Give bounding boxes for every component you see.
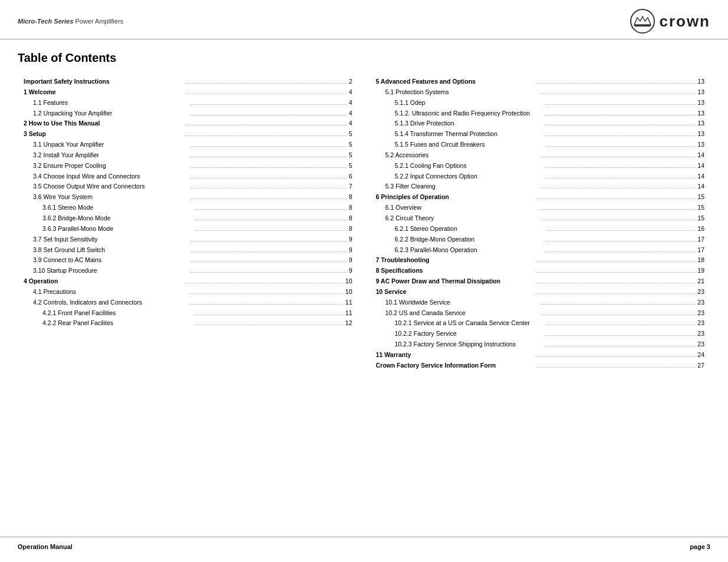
toc-page: 2 bbox=[349, 77, 353, 87]
toc-label: 3.6.1 Stereo Mode bbox=[24, 203, 193, 213]
toc-label: 4.1 Precautions bbox=[24, 287, 187, 297]
toc-page: 8 bbox=[349, 192, 353, 203]
toc-page: 16 bbox=[697, 224, 704, 234]
toc-dots bbox=[196, 230, 347, 231]
toc-dots bbox=[541, 220, 695, 220]
toc-entry: 3.6.3 Parallel-Mono Mode8 bbox=[24, 224, 353, 234]
toc-entry: 3.7 Set Input Sensitivity9 bbox=[24, 234, 353, 245]
toc-dots bbox=[185, 283, 343, 283]
toc-dots bbox=[541, 157, 695, 157]
toc-entry: Crown Factory Service Information Form27 bbox=[376, 361, 705, 371]
toc-page: 10 bbox=[345, 276, 353, 287]
toc-label: 5.1.5 Fuses and Circuit Breakers bbox=[376, 140, 544, 150]
toc-dots bbox=[186, 135, 347, 136]
toc-page: 4 bbox=[349, 87, 353, 98]
toc-entry: 10.2 US and Canada Service23 bbox=[376, 308, 705, 319]
toc-label: 5.2.2 Input Connectors Option bbox=[376, 171, 544, 182]
toc-entry: 10 Service23 bbox=[376, 287, 705, 297]
toc-page: 23 bbox=[697, 287, 704, 297]
toc-page: 23 bbox=[697, 318, 704, 329]
toc-entry: 10.2.1 Service at a US or Canada Service… bbox=[376, 318, 705, 329]
toc-entry: 3 Setup5 bbox=[24, 129, 353, 140]
toc-entry: 5 Advanced Features and Options13 bbox=[376, 77, 705, 87]
toc-dots bbox=[536, 283, 695, 283]
page-title: Table of Contents bbox=[18, 51, 710, 65]
toc-entry: 5.1.1 Odep13 bbox=[376, 98, 705, 108]
toc-page: 15 bbox=[697, 192, 704, 203]
toc-label: 3.6 Wire Your System bbox=[24, 192, 189, 203]
toc-dots bbox=[189, 293, 343, 294]
toc-dots bbox=[186, 83, 347, 84]
toc-label: 3.10 Startup Procedure bbox=[24, 266, 189, 276]
toc-page: 18 bbox=[697, 255, 704, 266]
toc-label: 3.4 Choose Input Wire and Connectors bbox=[24, 171, 189, 182]
toc-page: 23 bbox=[697, 297, 704, 308]
footer-right: page 3 bbox=[690, 543, 710, 550]
toc-label: 5.2.1 Cooling Fan Options bbox=[376, 161, 544, 171]
toc-label: 5.1.4 Transformer Thermal Protection bbox=[376, 129, 544, 140]
crown-logo-text: crown bbox=[659, 12, 710, 31]
toc-dots bbox=[546, 346, 695, 346]
toc-page: 11 bbox=[345, 308, 353, 319]
svg-rect-1 bbox=[634, 25, 651, 27]
toc-label: 3.8 Set Ground Lift Switch bbox=[24, 245, 189, 256]
toc-entry: 1 Welcome4 bbox=[24, 87, 353, 98]
toc-dots bbox=[191, 199, 347, 199]
logo: crown bbox=[630, 8, 710, 34]
toc-dots bbox=[546, 252, 695, 252]
toc-page: 5 bbox=[349, 161, 353, 171]
toc-page: 9 bbox=[349, 255, 353, 266]
toc-dots bbox=[536, 367, 695, 368]
toc-dots bbox=[546, 335, 695, 336]
toc-page: 7 bbox=[349, 181, 353, 192]
toc-dots bbox=[191, 188, 347, 189]
toc-page: 13 bbox=[697, 129, 704, 140]
toc-dots bbox=[546, 104, 695, 105]
toc-label: 5.1.3 Drive Protection bbox=[376, 118, 544, 129]
toc-label: 3.6.2 Bridge-Mono Mode bbox=[24, 213, 193, 224]
toc-page: 8 bbox=[349, 224, 353, 234]
toc-dots bbox=[191, 104, 347, 105]
toc-page: 14 bbox=[697, 161, 704, 171]
toc-dots bbox=[546, 178, 695, 178]
toc-entry: 5.1.5 Fuses and Circuit Breakers13 bbox=[376, 140, 705, 150]
toc-entry: 6.2.3 Parallel-Mono Operation17 bbox=[376, 245, 705, 256]
toc-entry: 5.1.3 Drive Protection13 bbox=[376, 118, 705, 129]
toc-container: Important Safety Instructions21 Welcome4… bbox=[18, 77, 710, 371]
toc-page: 9 bbox=[349, 234, 353, 245]
toc-page: 23 bbox=[697, 329, 704, 339]
toc-page: 27 bbox=[697, 361, 704, 371]
toc-entry: 6.1 Overview15 bbox=[376, 203, 705, 213]
toc-label: 10.2.3 Factory Service Shipping Instruct… bbox=[376, 339, 544, 350]
toc-entry: 6 Principles of Operation15 bbox=[376, 192, 705, 203]
toc-page: 13 bbox=[697, 98, 704, 108]
toc-label: 3.2 Install Your Amplifier bbox=[24, 150, 189, 161]
toc-label: 3.2 Ensure Proper Cooling bbox=[24, 161, 189, 171]
toc-dots bbox=[191, 178, 347, 178]
toc-label: 3 Setup bbox=[24, 129, 184, 140]
toc-entry: 3.10 Startup Procedure9 bbox=[24, 266, 353, 276]
toc-label: 10.2 US and Canada Service bbox=[376, 308, 539, 319]
toc-entry: 7 Troubleshooting18 bbox=[376, 255, 705, 266]
page-header: Micro-Tech Series Power Amplifiers crown bbox=[0, 0, 728, 39]
toc-page: 9 bbox=[349, 266, 353, 276]
svg-point-0 bbox=[631, 9, 654, 33]
toc-dots bbox=[546, 146, 695, 147]
toc-page: 13 bbox=[697, 140, 704, 150]
toc-page: 13 bbox=[697, 108, 704, 119]
toc-dots bbox=[191, 146, 347, 147]
toc-dots bbox=[546, 125, 695, 125]
toc-dots bbox=[186, 94, 347, 94]
toc-dots bbox=[546, 135, 695, 136]
toc-label: 4 Operation bbox=[24, 276, 182, 287]
toc-label: 6.2 Circuit Theory bbox=[376, 213, 539, 224]
toc-entry: 10.2.2 Factory Service23 bbox=[376, 329, 705, 339]
toc-entry: 2 How to Use This Manual4 bbox=[24, 118, 353, 129]
series-name: Micro-Tech Series bbox=[18, 18, 73, 25]
toc-dots bbox=[536, 262, 695, 262]
toc-entry: 3.1 Unpack Your Amplifier5 bbox=[24, 140, 353, 150]
toc-page: 23 bbox=[697, 339, 704, 350]
toc-label: 5.1 Protection Systems bbox=[376, 87, 539, 98]
toc-label: 5.1.1 Odep bbox=[376, 98, 544, 108]
toc-page: 5 bbox=[349, 129, 353, 140]
